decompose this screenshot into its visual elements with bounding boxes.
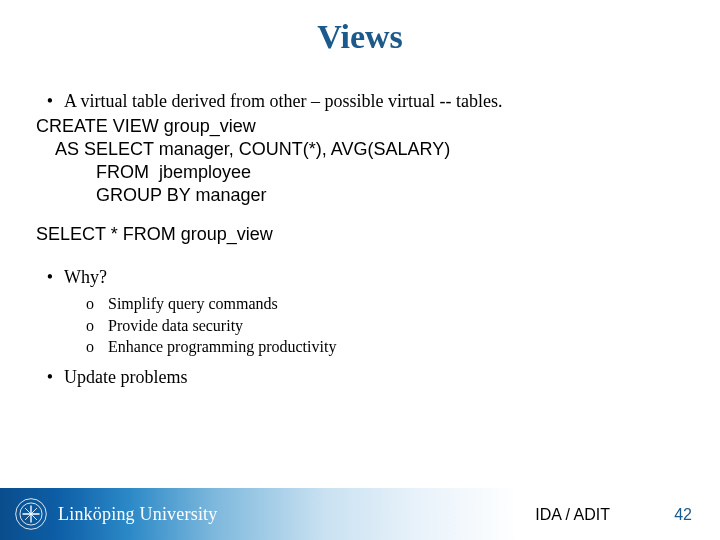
slide-title: Views xyxy=(36,18,684,56)
list-item: o Enhance programming productivity xyxy=(86,336,684,358)
why-sublist: o Simplify query commands o Provide data… xyxy=(36,293,684,358)
bullet-dot-icon: • xyxy=(36,266,64,289)
university-logo: Linköping University xyxy=(0,497,218,531)
bullet-update: • Update problems xyxy=(36,366,684,389)
slide: Views • A virtual table derived from oth… xyxy=(0,0,720,540)
bullet-intro: • A virtual table derived from other – p… xyxy=(36,90,684,113)
bullet-why-text: Why? xyxy=(64,266,107,289)
sub-bullet-icon: o xyxy=(86,293,108,315)
list-item-text: Enhance programming productivity xyxy=(108,336,336,358)
slide-body: • A virtual table derived from other – p… xyxy=(36,90,684,389)
bullet-dot-icon: • xyxy=(36,90,64,113)
list-item: o Provide data security xyxy=(86,315,684,337)
list-item-text: Simplify query commands xyxy=(108,293,278,315)
page-number: 42 xyxy=(674,506,692,524)
list-item: o Simplify query commands xyxy=(86,293,684,315)
sql-create-view: CREATE VIEW group_view AS SELECT manager… xyxy=(36,115,684,207)
department-label: IDA / ADIT xyxy=(535,506,610,524)
bullet-why: • Why? xyxy=(36,266,684,289)
university-name: Linköping University xyxy=(58,504,218,525)
sub-bullet-icon: o xyxy=(86,336,108,358)
bullet-update-text: Update problems xyxy=(64,366,187,389)
sub-bullet-icon: o xyxy=(86,315,108,337)
footer-bar: Linköping University xyxy=(0,488,720,540)
seal-icon xyxy=(14,497,48,531)
bullet-intro-text: A virtual table derived from other – pos… xyxy=(64,90,502,113)
list-item-text: Provide data security xyxy=(108,315,243,337)
bullet-dot-icon: • xyxy=(36,366,64,389)
sql-select-view: SELECT * FROM group_view xyxy=(36,223,684,246)
